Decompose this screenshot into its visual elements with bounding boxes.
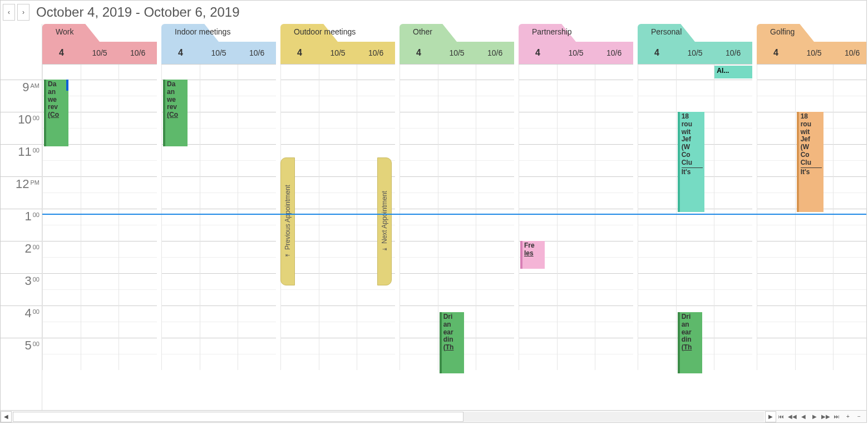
appointment[interactable]: 18rouwitJef(WCoCluIt's <box>797 112 823 212</box>
group-tab[interactable]: Golfing <box>757 24 866 42</box>
day-column[interactable] <box>557 80 595 370</box>
allday-cell[interactable] <box>833 65 866 80</box>
appointment[interactable]: Daanwerev(Co <box>163 80 188 146</box>
allday-cell[interactable] <box>280 65 319 80</box>
date-header-cell[interactable]: 4 <box>638 42 676 64</box>
group-tab[interactable]: Other <box>400 24 514 42</box>
nav-fastfwd-button[interactable]: ▶▶ <box>821 412 831 422</box>
nav-back-button[interactable]: ◀ <box>798 412 808 422</box>
previous-appointment-pill[interactable]: ⇤Previous Appointment <box>280 157 295 285</box>
group-personal: Personal410/510/6Al...18rouwitJef(WCoClu… <box>638 24 757 410</box>
allday-cell[interactable] <box>676 65 714 80</box>
allday-cell[interactable] <box>81 65 119 80</box>
appointment[interactable]: 18rouwitJef(WCoCluIt's <box>678 112 704 212</box>
allday-cell[interactable] <box>595 65 633 80</box>
time-slot: 1100 <box>1 144 42 176</box>
allday-cell[interactable] <box>238 65 276 80</box>
day-column[interactable] <box>595 80 633 370</box>
day-column[interactable]: Daanwerev(Co <box>42 80 81 370</box>
allday-cell[interactable] <box>757 65 795 80</box>
date-header-cell[interactable]: 10/6 <box>833 42 866 64</box>
day-column[interactable] <box>81 80 119 370</box>
appointment[interactable]: Drianeardin(Th <box>440 312 464 373</box>
nav-last-button[interactable]: ⏭ <box>832 412 842 422</box>
day-column[interactable] <box>319 80 357 370</box>
date-header-cell[interactable]: 4 <box>280 42 319 64</box>
nav-first-button[interactable]: ⏮ <box>776 412 786 422</box>
allday-cell[interactable] <box>400 65 438 80</box>
date-header-cell[interactable]: 4 <box>519 42 557 64</box>
time-slot: 200 <box>1 241 42 273</box>
allday-cell[interactable] <box>438 65 476 80</box>
date-header-cell[interactable]: 4 <box>161 42 200 64</box>
group-tab[interactable]: Partnership <box>519 24 633 42</box>
zoom-in-button[interactable]: + <box>843 412 853 422</box>
date-header-cell[interactable]: 10/6 <box>595 42 633 64</box>
date-header-cell[interactable]: 10/5 <box>200 42 238 64</box>
date-header-cell[interactable]: 10/5 <box>438 42 476 64</box>
day-column[interactable] <box>400 80 438 370</box>
day-column[interactable] <box>238 80 276 370</box>
day-column[interactable] <box>757 80 795 370</box>
allday-cell[interactable] <box>42 65 81 80</box>
nav-forward-button[interactable]: ▶ <box>810 412 820 422</box>
allday-cell[interactable] <box>519 65 557 80</box>
date-header-cell[interactable]: 4 <box>757 42 795 64</box>
group-tab[interactable]: Work <box>42 24 157 42</box>
date-header-cell[interactable]: 10/6 <box>238 42 276 64</box>
nav-fastback-button[interactable]: ◀◀ <box>787 412 797 422</box>
scroll-left-button[interactable]: ◀ <box>1 411 12 422</box>
group-tab[interactable]: Indoor meetings <box>161 24 276 42</box>
date-header-cell[interactable]: 10/5 <box>319 42 357 64</box>
day-column[interactable] <box>714 80 752 370</box>
day-column[interactable] <box>638 80 676 370</box>
zoom-out-button[interactable]: − <box>854 412 864 422</box>
allday-row <box>757 64 866 80</box>
date-header-cell[interactable]: 10/6 <box>119 42 157 64</box>
scroll-right-button[interactable]: ▶ <box>765 411 776 422</box>
day-column[interactable] <box>833 80 866 370</box>
date-header-cell[interactable]: 10/5 <box>795 42 834 64</box>
day-column[interactable] <box>476 80 514 370</box>
allday-cell[interactable] <box>638 65 676 80</box>
allday-cell[interactable] <box>795 65 834 80</box>
date-header-cell[interactable]: 10/6 <box>357 42 395 64</box>
day-column[interactable] <box>200 80 238 370</box>
date-header-cell[interactable]: 10/5 <box>557 42 595 64</box>
date-header-cell[interactable]: 10/5 <box>676 42 714 64</box>
next-date-button[interactable]: › <box>17 4 29 21</box>
allday-event[interactable]: Al... <box>714 66 752 78</box>
appointment[interactable]: Drianeardin(Th <box>678 312 702 373</box>
allday-cell[interactable] <box>319 65 357 80</box>
allday-cell[interactable]: Al... <box>714 65 752 80</box>
day-column[interactable]: Daanwerev(Co <box>161 80 200 370</box>
group-label: Partnership <box>532 27 572 36</box>
allday-cell[interactable] <box>200 65 238 80</box>
prev-date-button[interactable]: ‹ <box>3 4 15 21</box>
allday-cell[interactable] <box>161 65 200 80</box>
appointment[interactable]: Daanwerev(Co <box>44 80 68 146</box>
date-header-cell[interactable]: 4 <box>400 42 438 64</box>
allday-cell[interactable] <box>476 65 514 80</box>
day-column[interactable] <box>119 80 157 370</box>
day-column[interactable]: 18rouwitJef(WCoCluIt's <box>795 80 834 370</box>
day-column[interactable]: Drianeardin(Th <box>438 80 476 370</box>
allday-cell[interactable] <box>557 65 595 80</box>
group-tab[interactable]: Personal <box>638 24 752 42</box>
allday-cell[interactable] <box>357 65 395 80</box>
day-column[interactable]: 18rouwitJef(WCoCluIt'sDrianeardin(Th <box>676 80 714 370</box>
date-header-cell[interactable]: 10/5 <box>81 42 119 64</box>
date-header-cell[interactable]: 4 <box>42 42 81 64</box>
scheduler-body: 9AM1000110012PM100200300400500 Work410/5… <box>1 24 866 410</box>
scroll-thumb[interactable] <box>13 412 463 422</box>
time-slot: 9AM <box>1 80 42 112</box>
date-header-cell[interactable]: 10/6 <box>714 42 752 64</box>
group-tab[interactable]: Outdoor meetings <box>280 24 395 42</box>
appointment[interactable]: Freles <box>520 241 545 269</box>
date-header-cell[interactable]: 10/6 <box>476 42 514 64</box>
scroll-track[interactable] <box>13 412 764 422</box>
next-appointment-pill[interactable]: ⇥Next Appointment <box>377 157 392 285</box>
day-column[interactable]: Freles <box>519 80 557 370</box>
allday-cell[interactable] <box>119 65 157 80</box>
group-outdoor: Outdoor meetings410/510/6⇤Previous Appoi… <box>280 24 400 410</box>
